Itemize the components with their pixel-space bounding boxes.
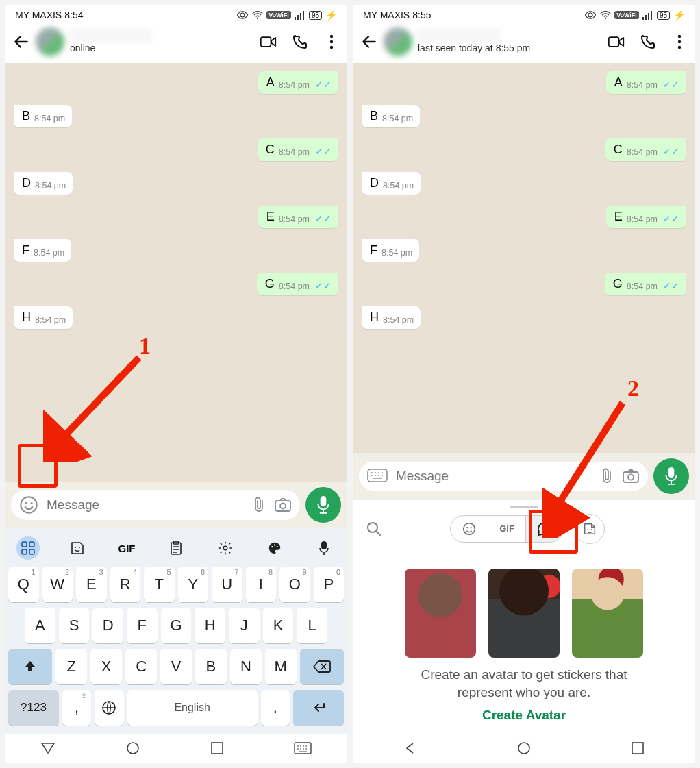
key-v[interactable]: V xyxy=(160,649,192,684)
key-s[interactable]: S xyxy=(59,608,90,643)
message-bubble-out[interactable]: G 8:54 pm✓✓ xyxy=(605,273,686,295)
kb-gif-button[interactable]: GIF xyxy=(115,536,138,560)
svg-point-44 xyxy=(628,474,634,480)
search-icon[interactable] xyxy=(366,521,382,537)
voice-record-button[interactable] xyxy=(305,487,341,523)
key-r[interactable]: 4R xyxy=(110,567,141,602)
key-j[interactable]: J xyxy=(229,608,260,643)
video-call-icon[interactable] xyxy=(260,34,277,50)
key-comma[interactable]: ☺, xyxy=(62,690,91,726)
more-icon[interactable] xyxy=(671,34,688,50)
nav-recent-icon[interactable] xyxy=(210,741,224,755)
message-bubble-in[interactable]: F 8:54 pm xyxy=(362,239,419,262)
key-z[interactable]: Z xyxy=(55,649,87,684)
key-f[interactable]: F xyxy=(127,608,158,643)
contact-avatar[interactable] xyxy=(384,27,412,56)
key-q[interactable]: 1Q xyxy=(8,567,39,602)
drag-handle[interactable] xyxy=(510,506,538,508)
key-h[interactable]: H xyxy=(195,608,225,643)
key-k[interactable]: K xyxy=(263,608,294,643)
key-m[interactable]: M xyxy=(265,649,297,684)
key-symbols[interactable]: ?123 xyxy=(8,690,59,726)
key-g[interactable]: G xyxy=(161,608,192,643)
message-bubble-out[interactable]: A 8:54 pm✓✓ xyxy=(258,71,338,94)
back-icon[interactable] xyxy=(12,33,30,51)
kb-mic-icon[interactable] xyxy=(312,536,336,560)
key-l[interactable]: L xyxy=(297,608,327,643)
avatar-sample-row xyxy=(405,569,643,658)
message-bubble-in[interactable]: D 8:54 pm xyxy=(14,172,73,195)
key-globe[interactable] xyxy=(95,690,123,726)
key-u[interactable]: 7U xyxy=(212,567,242,602)
kb-apps-icon[interactable] xyxy=(16,536,40,560)
voice-record-button[interactable] xyxy=(653,458,689,494)
message-input[interactable] xyxy=(11,490,300,520)
camera-icon[interactable] xyxy=(274,497,292,513)
keyboard-switch-icon[interactable] xyxy=(367,469,388,484)
nav-keyboard-icon[interactable] xyxy=(294,742,312,754)
nav-home-icon[interactable] xyxy=(516,741,532,756)
message-bubble-in[interactable]: F 8:54 pm xyxy=(14,239,71,262)
key-dot[interactable]: . xyxy=(261,690,290,726)
key-t[interactable]: 5T xyxy=(144,567,175,602)
key-b[interactable]: B xyxy=(195,649,227,684)
contact-title[interactable]: online xyxy=(70,29,255,53)
tab-gif[interactable]: GIF xyxy=(488,516,526,542)
message-bubble-out[interactable]: E 8:54 pm✓✓ xyxy=(606,206,686,228)
key-e[interactable]: 3E xyxy=(76,567,107,602)
create-avatar-button[interactable]: Create Avatar xyxy=(482,708,566,723)
key-n[interactable]: N xyxy=(230,649,262,684)
contact-avatar[interactable] xyxy=(36,27,64,56)
tab-sticker[interactable] xyxy=(575,514,605,544)
kb-sticker-icon[interactable] xyxy=(66,536,89,560)
key-o[interactable]: 9O xyxy=(279,567,310,602)
camera-icon[interactable] xyxy=(622,468,640,484)
nav-back-icon[interactable] xyxy=(403,741,417,755)
attach-icon[interactable] xyxy=(251,496,267,514)
message-bubble-in[interactable]: H 8:54 pm xyxy=(14,306,73,329)
kb-clipboard-icon[interactable] xyxy=(164,536,188,560)
nav-home-icon[interactable] xyxy=(125,741,140,756)
tab-emoji[interactable] xyxy=(451,516,488,542)
message-bubble-out[interactable]: E 8:54 pm✓✓ xyxy=(258,206,338,228)
nav-recent-icon[interactable] xyxy=(631,741,645,755)
back-icon[interactable] xyxy=(360,33,378,51)
message-input[interactable] xyxy=(359,462,648,491)
key-backspace[interactable] xyxy=(300,649,344,684)
message-bubble-in[interactable]: H 8:54 pm xyxy=(362,306,421,329)
message-field[interactable] xyxy=(395,468,592,484)
chat-area[interactable]: A 8:54 pm✓✓B 8:54 pmC 8:54 pm✓✓D 8:54 pm… xyxy=(353,63,695,453)
message-bubble-in[interactable]: D 8:54 pm xyxy=(362,172,421,195)
key-shift[interactable] xyxy=(8,649,52,684)
emoji-icon[interactable] xyxy=(19,495,38,515)
kb-palette-icon[interactable] xyxy=(263,536,286,560)
key-enter[interactable] xyxy=(293,690,344,726)
key-c[interactable]: C xyxy=(125,649,157,684)
kb-settings-icon[interactable] xyxy=(214,536,237,560)
key-i[interactable]: 8I xyxy=(246,567,277,602)
tab-avatar[interactable] xyxy=(526,516,563,542)
key-space[interactable]: English xyxy=(127,690,258,726)
key-a[interactable]: A xyxy=(25,608,55,643)
message-bubble-out[interactable]: C 8:54 pm✓✓ xyxy=(605,138,686,161)
message-text: D xyxy=(22,176,31,190)
more-icon[interactable] xyxy=(323,34,340,50)
key-x[interactable]: X xyxy=(90,649,122,684)
contact-title[interactable]: last seen today at 8:55 pm xyxy=(418,29,603,53)
key-p[interactable]: 0P xyxy=(314,567,345,602)
message-field[interactable] xyxy=(45,497,244,513)
phone-icon[interactable] xyxy=(292,34,308,50)
message-bubble-out[interactable]: G 8:54 pm✓✓ xyxy=(257,273,338,295)
video-call-icon[interactable] xyxy=(608,34,625,50)
key-w[interactable]: 2W xyxy=(42,567,73,602)
attach-icon[interactable] xyxy=(599,467,615,485)
chat-area[interactable]: A 8:54 pm✓✓B 8:54 pmC 8:54 pm✓✓D 8:54 pm… xyxy=(5,63,347,482)
phone-icon[interactable] xyxy=(640,34,656,50)
message-bubble-in[interactable]: B 8:54 pm xyxy=(362,105,420,127)
message-bubble-out[interactable]: A 8:54 pm✓✓ xyxy=(606,71,686,94)
key-y[interactable]: 6Y xyxy=(178,567,209,602)
message-bubble-in[interactable]: B 8:54 pm xyxy=(14,105,72,127)
message-bubble-out[interactable]: C 8:54 pm✓✓ xyxy=(258,138,338,161)
nav-back-icon[interactable] xyxy=(40,742,55,754)
key-d[interactable]: D xyxy=(92,608,123,643)
